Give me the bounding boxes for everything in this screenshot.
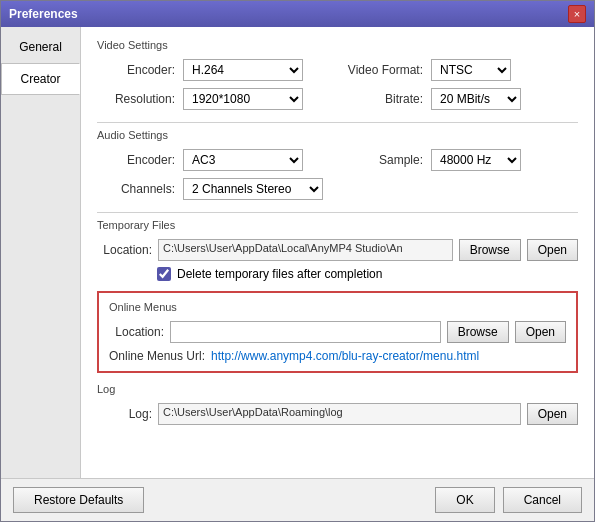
audio-encoder-select[interactable]: AC3 AAC MP3 bbox=[183, 149, 303, 171]
footer: Restore Defaults OK Cancel bbox=[1, 478, 594, 521]
format-col: Video Format: NTSC PAL bbox=[323, 59, 511, 81]
encoder-format-row: Encoder: H.264 H.265 MPEG-2 Video Format… bbox=[105, 59, 578, 81]
online-location-label: Location: bbox=[109, 325, 164, 339]
resolution-bitrate-row: Resolution: 1920*1080 1280*720 720*576 B… bbox=[105, 88, 578, 110]
log-path: C:\Users\User\AppData\Roaming\log bbox=[158, 403, 521, 425]
video-settings-content: Encoder: H.264 H.265 MPEG-2 Video Format… bbox=[97, 59, 578, 110]
channels-row: Channels: 2 Channels Stereo 5.1 Surround… bbox=[105, 178, 578, 200]
temp-location-row: Location: C:\Users\User\AppData\Local\An… bbox=[97, 239, 578, 261]
format-select[interactable]: NTSC PAL bbox=[431, 59, 511, 81]
log-open-button[interactable]: Open bbox=[527, 403, 578, 425]
channels-select[interactable]: 2 Channels Stereo 5.1 Surround Mono bbox=[183, 178, 323, 200]
temp-location-input: C:\Users\User\AppData\Local\AnyMP4 Studi… bbox=[158, 239, 453, 261]
url-row: Online Menus Url: http://www.anymp4.com/… bbox=[109, 349, 566, 363]
audio-settings-title: Audio Settings bbox=[97, 129, 578, 141]
audio-encoder-sample-row: Encoder: AC3 AAC MP3 Sample: 48000 Hz bbox=[105, 149, 578, 171]
encoder-label: Encoder: bbox=[105, 63, 175, 77]
divider-1 bbox=[97, 122, 578, 123]
title-bar: Preferences × bbox=[1, 1, 594, 27]
temp-open-button[interactable]: Open bbox=[527, 239, 578, 261]
delete-checkbox[interactable] bbox=[157, 267, 171, 281]
encoder-select[interactable]: H.264 H.265 MPEG-2 bbox=[183, 59, 303, 81]
delete-label: Delete temporary files after completion bbox=[177, 267, 382, 281]
close-button[interactable]: × bbox=[568, 5, 586, 23]
encoder-col: Encoder: H.264 H.265 MPEG-2 bbox=[105, 59, 303, 81]
log-section: Log Log: C:\Users\User\AppData\Roaming\l… bbox=[97, 383, 578, 425]
sidebar: General Creator bbox=[1, 27, 81, 478]
log-location-row: Log: C:\Users\User\AppData\Roaming\log O… bbox=[97, 403, 578, 425]
sample-col: Sample: 48000 Hz 44100 Hz bbox=[323, 149, 521, 171]
content-area: Video Settings Encoder: H.264 H.265 MPEG… bbox=[81, 27, 594, 478]
log-title: Log bbox=[97, 383, 578, 395]
temp-files-section: Temporary Files Location: C:\Users\User\… bbox=[97, 219, 578, 281]
url-link[interactable]: http://www.anymp4.com/blu-ray-creator/me… bbox=[211, 349, 479, 363]
temp-browse-button[interactable]: Browse bbox=[459, 239, 521, 261]
format-label: Video Format: bbox=[343, 63, 423, 77]
online-menus-section: Online Menus Location: Browse Open Onlin… bbox=[97, 291, 578, 373]
main-content: General Creator Video Settings Encoder: … bbox=[1, 27, 594, 478]
divider-2 bbox=[97, 212, 578, 213]
audio-settings-section: Audio Settings Encoder: AC3 AAC MP3 bbox=[97, 129, 578, 200]
temp-files-title: Temporary Files bbox=[97, 219, 578, 231]
sidebar-item-general[interactable]: General bbox=[1, 31, 80, 63]
audio-encoder-label: Encoder: bbox=[105, 153, 175, 167]
online-menus-title: Online Menus bbox=[109, 301, 566, 313]
bitrate-col: Bitrate: 20 MBit/s 15 MBit/s 10 MBit/s bbox=[323, 88, 521, 110]
video-settings-title: Video Settings bbox=[97, 39, 578, 51]
channels-label: Channels: bbox=[105, 182, 175, 196]
restore-defaults-button[interactable]: Restore Defaults bbox=[13, 487, 144, 513]
footer-right: OK Cancel bbox=[435, 487, 582, 513]
window-title: Preferences bbox=[9, 7, 78, 21]
resolution-select[interactable]: 1920*1080 1280*720 720*576 bbox=[183, 88, 303, 110]
online-location-input[interactable] bbox=[170, 321, 441, 343]
log-label: Log: bbox=[97, 407, 152, 421]
sample-select[interactable]: 48000 Hz 44100 Hz bbox=[431, 149, 521, 171]
ok-button[interactable]: OK bbox=[435, 487, 494, 513]
preferences-window: Preferences × General Creator Video Sett… bbox=[0, 0, 595, 522]
bitrate-label: Bitrate: bbox=[343, 92, 423, 106]
online-open-button[interactable]: Open bbox=[515, 321, 566, 343]
delete-checkbox-row: Delete temporary files after completion bbox=[157, 267, 578, 281]
resolution-col: Resolution: 1920*1080 1280*720 720*576 bbox=[105, 88, 303, 110]
audio-encoder-col: Encoder: AC3 AAC MP3 bbox=[105, 149, 303, 171]
bitrate-select[interactable]: 20 MBit/s 15 MBit/s 10 MBit/s bbox=[431, 88, 521, 110]
sample-label: Sample: bbox=[343, 153, 423, 167]
online-browse-button[interactable]: Browse bbox=[447, 321, 509, 343]
video-settings-section: Video Settings Encoder: H.264 H.265 MPEG… bbox=[97, 39, 578, 110]
temp-location-label: Location: bbox=[97, 243, 152, 257]
resolution-label: Resolution: bbox=[105, 92, 175, 106]
cancel-button[interactable]: Cancel bbox=[503, 487, 582, 513]
sidebar-item-creator[interactable]: Creator bbox=[1, 63, 80, 95]
url-label: Online Menus Url: bbox=[109, 349, 205, 363]
online-location-row: Location: Browse Open bbox=[109, 321, 566, 343]
audio-settings-content: Encoder: AC3 AAC MP3 Sample: 48000 Hz bbox=[97, 149, 578, 200]
